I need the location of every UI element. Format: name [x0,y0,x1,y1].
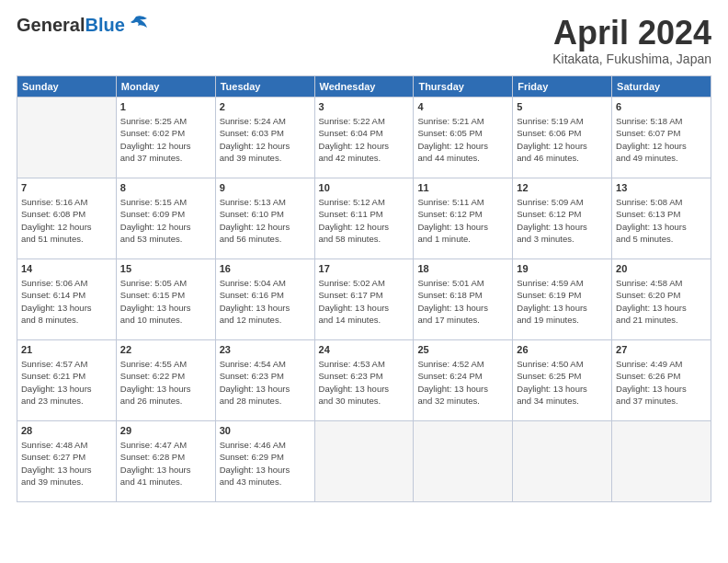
day-number: 10 [319,181,410,195]
table-row: 27Sunrise: 4:49 AM Sunset: 6:26 PM Dayli… [612,339,711,420]
day-number: 12 [517,181,608,195]
day-info: Sunrise: 4:52 AM Sunset: 6:24 PM Dayligh… [417,358,508,407]
calendar-week-row: 1Sunrise: 5:25 AM Sunset: 6:02 PM Daylig… [17,97,711,178]
day-number: 7 [21,181,112,195]
day-number: 26 [517,343,608,357]
table-row: 26Sunrise: 4:50 AM Sunset: 6:25 PM Dayli… [513,339,612,420]
table-row: 2Sunrise: 5:24 AM Sunset: 6:03 PM Daylig… [215,97,314,178]
day-info: Sunrise: 5:11 AM Sunset: 6:12 PM Dayligh… [417,196,508,245]
day-number: 29 [120,424,211,438]
header-wednesday: Wednesday [314,75,414,97]
day-number: 19 [517,262,608,276]
calendar-week-row: 28Sunrise: 4:48 AM Sunset: 6:27 PM Dayli… [17,420,711,501]
weekday-header-row: Sunday Monday Tuesday Wednesday Thursday… [17,75,711,97]
table-row [314,420,414,501]
day-info: Sunrise: 4:49 AM Sunset: 6:26 PM Dayligh… [616,358,707,407]
day-info: Sunrise: 5:01 AM Sunset: 6:18 PM Dayligh… [417,277,508,326]
table-row: 8Sunrise: 5:15 AM Sunset: 6:09 PM Daylig… [116,178,215,259]
day-number: 1 [120,100,211,114]
day-number: 2 [220,100,311,114]
day-number: 6 [616,100,707,114]
table-row: 3Sunrise: 5:22 AM Sunset: 6:04 PM Daylig… [314,97,414,178]
table-row: 10Sunrise: 5:12 AM Sunset: 6:11 PM Dayli… [314,178,414,259]
day-number: 30 [220,424,311,438]
day-number: 27 [616,343,707,357]
calendar-body: 1Sunrise: 5:25 AM Sunset: 6:02 PM Daylig… [17,97,711,501]
day-info: Sunrise: 4:53 AM Sunset: 6:23 PM Dayligh… [319,358,410,407]
logo-text: GeneralBlue [17,15,125,35]
header-friday: Friday [513,75,612,97]
table-row: 13Sunrise: 5:08 AM Sunset: 6:13 PM Dayli… [612,178,711,259]
day-number: 3 [319,100,410,114]
day-number: 16 [220,262,311,276]
table-row: 15Sunrise: 5:05 AM Sunset: 6:15 PM Dayli… [116,259,215,339]
logo: GeneralBlue [17,15,149,35]
day-number: 8 [120,181,211,195]
table-row [414,420,513,501]
day-info: Sunrise: 5:04 AM Sunset: 6:16 PM Dayligh… [220,277,311,326]
header: GeneralBlue April 2024 Kitakata, Fukushi… [17,15,711,66]
day-number: 20 [616,262,707,276]
table-row: 25Sunrise: 4:52 AM Sunset: 6:24 PM Dayli… [414,339,513,420]
table-row [513,420,612,501]
day-info: Sunrise: 4:50 AM Sunset: 6:25 PM Dayligh… [517,358,608,407]
table-row: 14Sunrise: 5:06 AM Sunset: 6:14 PM Dayli… [17,259,117,339]
table-row: 18Sunrise: 5:01 AM Sunset: 6:18 PM Dayli… [414,259,513,339]
day-info: Sunrise: 5:13 AM Sunset: 6:10 PM Dayligh… [220,196,311,245]
table-row: 29Sunrise: 4:47 AM Sunset: 6:28 PM Dayli… [116,420,215,501]
table-row [612,420,711,501]
day-number: 14 [21,262,112,276]
calendar-table: Sunday Monday Tuesday Wednesday Thursday… [17,75,711,502]
logo-general: General [17,15,85,35]
day-info: Sunrise: 5:16 AM Sunset: 6:08 PM Dayligh… [21,196,112,245]
calendar-week-row: 7Sunrise: 5:16 AM Sunset: 6:08 PM Daylig… [17,178,711,259]
day-number: 21 [21,343,112,357]
day-info: Sunrise: 4:57 AM Sunset: 6:21 PM Dayligh… [21,358,112,407]
day-number: 18 [417,262,508,276]
table-row: 30Sunrise: 4:46 AM Sunset: 6:29 PM Dayli… [215,420,314,501]
title-block: April 2024 Kitakata, Fukushima, Japan [552,15,711,66]
table-row: 17Sunrise: 5:02 AM Sunset: 6:17 PM Dayli… [314,259,414,339]
logo-blue: Blue [85,15,124,35]
day-info: Sunrise: 5:02 AM Sunset: 6:17 PM Dayligh… [319,277,410,326]
header-thursday: Thursday [414,75,513,97]
calendar-week-row: 21Sunrise: 4:57 AM Sunset: 6:21 PM Dayli… [17,339,711,420]
day-info: Sunrise: 4:46 AM Sunset: 6:29 PM Dayligh… [220,439,311,488]
table-row [17,97,117,178]
day-info: Sunrise: 5:25 AM Sunset: 6:02 PM Dayligh… [120,115,211,164]
header-saturday: Saturday [612,75,711,97]
calendar-week-row: 14Sunrise: 5:06 AM Sunset: 6:14 PM Dayli… [17,259,711,339]
table-row: 22Sunrise: 4:55 AM Sunset: 6:22 PM Dayli… [116,339,215,420]
day-info: Sunrise: 5:12 AM Sunset: 6:11 PM Dayligh… [319,196,410,245]
table-row: 28Sunrise: 4:48 AM Sunset: 6:27 PM Dayli… [17,420,117,501]
day-info: Sunrise: 5:24 AM Sunset: 6:03 PM Dayligh… [220,115,311,164]
day-number: 25 [417,343,508,357]
day-number: 24 [319,343,410,357]
table-row: 5Sunrise: 5:19 AM Sunset: 6:06 PM Daylig… [513,97,612,178]
day-info: Sunrise: 5:06 AM Sunset: 6:14 PM Dayligh… [21,277,112,326]
logo-bird-icon [129,15,149,31]
day-info: Sunrise: 5:19 AM Sunset: 6:06 PM Dayligh… [517,115,608,164]
day-info: Sunrise: 5:09 AM Sunset: 6:12 PM Dayligh… [517,196,608,245]
day-info: Sunrise: 5:18 AM Sunset: 6:07 PM Dayligh… [616,115,707,164]
table-row: 21Sunrise: 4:57 AM Sunset: 6:21 PM Dayli… [17,339,117,420]
day-number: 13 [616,181,707,195]
day-number: 15 [120,262,211,276]
day-info: Sunrise: 5:08 AM Sunset: 6:13 PM Dayligh… [616,196,707,245]
day-info: Sunrise: 5:15 AM Sunset: 6:09 PM Dayligh… [120,196,211,245]
table-row: 4Sunrise: 5:21 AM Sunset: 6:05 PM Daylig… [414,97,513,178]
day-info: Sunrise: 5:05 AM Sunset: 6:15 PM Dayligh… [120,277,211,326]
table-row: 12Sunrise: 5:09 AM Sunset: 6:12 PM Dayli… [513,178,612,259]
table-row: 23Sunrise: 4:54 AM Sunset: 6:23 PM Dayli… [215,339,314,420]
table-row: 1Sunrise: 5:25 AM Sunset: 6:02 PM Daylig… [116,97,215,178]
table-row: 6Sunrise: 5:18 AM Sunset: 6:07 PM Daylig… [612,97,711,178]
day-number: 11 [417,181,508,195]
table-row: 19Sunrise: 4:59 AM Sunset: 6:19 PM Dayli… [513,259,612,339]
day-info: Sunrise: 4:58 AM Sunset: 6:20 PM Dayligh… [616,277,707,326]
day-number: 5 [517,100,608,114]
header-tuesday: Tuesday [215,75,314,97]
day-number: 9 [220,181,311,195]
location: Kitakata, Fukushima, Japan [552,52,711,66]
day-number: 4 [417,100,508,114]
day-number: 17 [319,262,410,276]
